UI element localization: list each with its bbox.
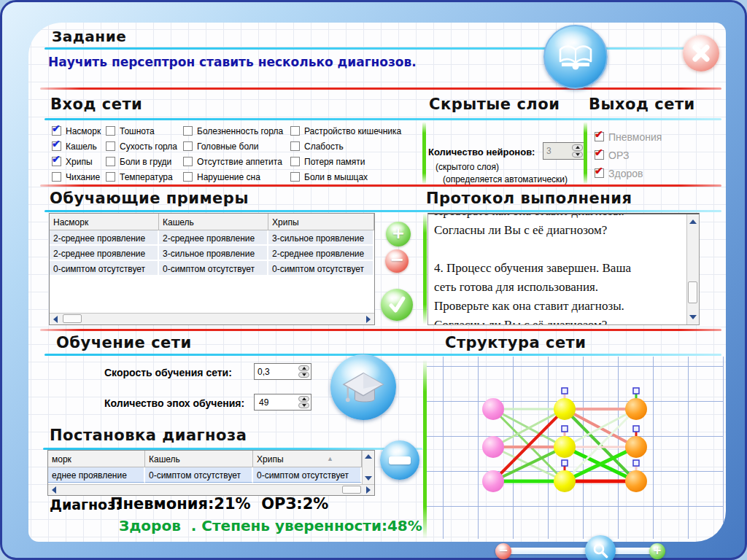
input-symptom-checkbox[interactable]: Тошнота bbox=[106, 123, 177, 139]
scroll-up-button[interactable] bbox=[363, 451, 374, 462]
scroll-left-button[interactable] bbox=[50, 314, 61, 325]
input-symptom-checkbox[interactable]: Головные боли bbox=[183, 139, 283, 154]
column-header[interactable]: Насморк bbox=[50, 214, 159, 230]
output-diagnosis-checkbox[interactable]: ✔ОРЗ bbox=[595, 146, 662, 164]
input-symptom-checkbox[interactable]: Потеря памяти bbox=[290, 154, 401, 169]
close-button[interactable] bbox=[683, 35, 719, 71]
spin-up-button[interactable] bbox=[298, 396, 309, 402]
horizontal-scrollbar[interactable] bbox=[50, 313, 374, 324]
input-symptom-checkbox[interactable]: Сухость горла bbox=[106, 139, 177, 154]
add-example-button[interactable]: + bbox=[386, 222, 411, 246]
checkbox-box[interactable] bbox=[290, 157, 300, 166]
input-symptom-checkbox[interactable]: Растройство кишечника bbox=[290, 123, 401, 139]
bias-tap[interactable] bbox=[633, 388, 639, 394]
checkbox-box[interactable]: ✔ bbox=[595, 132, 604, 141]
column-header[interactable]: Хрипы bbox=[268, 214, 374, 230]
learning-rate-spinner[interactable]: 0,3 bbox=[254, 363, 311, 380]
neuron-node-o3[interactable] bbox=[625, 470, 647, 492]
zoom-slider-track[interactable] bbox=[495, 548, 665, 554]
spin-down-button[interactable] bbox=[298, 402, 309, 408]
scroll-up-button[interactable] bbox=[687, 216, 699, 228]
table-row[interactable]: 0-симптом отсутствует0-симптом отсутству… bbox=[50, 261, 374, 276]
checkbox-box[interactable] bbox=[290, 126, 300, 136]
output-diagnosis-checkbox[interactable]: ✔Здоров bbox=[595, 164, 662, 182]
input-symptom-checkbox[interactable]: ✔Насморк bbox=[52, 123, 101, 139]
column-header[interactable]: Кашель bbox=[159, 214, 268, 230]
checkbox-box[interactable] bbox=[106, 172, 115, 182]
spin-up-button[interactable] bbox=[572, 144, 583, 151]
remove-example-button[interactable]: − bbox=[385, 249, 409, 273]
checkbox-box[interactable] bbox=[106, 141, 115, 151]
input-symptom-checkbox[interactable]: Боли в мышцах bbox=[290, 169, 401, 184]
neuron-node-o1[interactable] bbox=[625, 398, 647, 420]
input-symptom-checkbox[interactable]: Болезненность горла bbox=[183, 123, 283, 139]
neuron-node-h1[interactable] bbox=[554, 398, 576, 420]
input-symptom-checkbox[interactable]: Нарушение сна bbox=[183, 169, 283, 184]
checkbox-box[interactable] bbox=[290, 172, 300, 182]
checkbox-box[interactable] bbox=[106, 126, 115, 136]
input-symptom-checkbox[interactable]: ✔Кашель bbox=[52, 139, 101, 154]
spin-down-button[interactable] bbox=[572, 152, 583, 158]
vertical-scrollbar[interactable] bbox=[362, 451, 374, 484]
table-row[interactable]: 2-среднее проявление3-сильное проявление… bbox=[50, 246, 374, 261]
checkbox-box[interactable] bbox=[183, 172, 193, 182]
bias-tap[interactable] bbox=[633, 426, 639, 432]
checkbox-box[interactable] bbox=[183, 157, 193, 166]
network-structure-canvas[interactable] bbox=[427, 357, 724, 539]
scrollbar-thumb[interactable] bbox=[63, 314, 82, 323]
zoom-in-button[interactable]: + bbox=[649, 543, 665, 559]
scrollbar-thumb[interactable] bbox=[342, 486, 361, 494]
scroll-down-button[interactable] bbox=[687, 311, 699, 323]
check-icon: ✔ bbox=[595, 128, 603, 140]
input-symptom-checkbox[interactable]: Боли в груди bbox=[106, 154, 177, 169]
checkbox-box[interactable]: ✔ bbox=[595, 150, 604, 160]
confirm-examples-button[interactable] bbox=[381, 289, 413, 321]
output-diagnosis-checkbox[interactable]: ✔Пневмония bbox=[595, 128, 662, 146]
column-header[interactable]: морк bbox=[48, 451, 145, 467]
checkbox-box[interactable]: ✔ bbox=[595, 168, 604, 178]
checkbox-box[interactable] bbox=[183, 126, 193, 136]
train-network-button[interactable] bbox=[330, 354, 396, 420]
neuron-node-h2[interactable] bbox=[554, 436, 576, 458]
neuron-node-i1[interactable] bbox=[482, 398, 504, 420]
input-symptom-checkbox[interactable]: ✔Хрипы bbox=[52, 154, 101, 169]
scroll-left-button[interactable] bbox=[48, 484, 60, 496]
table-row[interactable]: еднее проявление0-симптом отсутствует0-с… bbox=[48, 467, 362, 483]
neuron-node-i3[interactable] bbox=[482, 470, 504, 492]
zoom-out-button[interactable]: − bbox=[495, 543, 511, 559]
checkbox-box[interactable] bbox=[183, 141, 193, 151]
neurons-count-spinner[interactable]: 3 bbox=[543, 142, 585, 160]
remove-diagnosis-row-button[interactable] bbox=[380, 440, 419, 480]
neuron-node-i2[interactable] bbox=[482, 436, 504, 458]
scroll-down-button[interactable] bbox=[363, 472, 374, 484]
checkbox-box[interactable] bbox=[290, 141, 300, 151]
epochs-spinner[interactable]: 49 bbox=[254, 394, 311, 411]
column-header[interactable]: Кашель bbox=[145, 451, 253, 467]
scrollbar-thumb[interactable] bbox=[688, 281, 697, 303]
input-symptom-checkbox[interactable]: Слабость bbox=[290, 139, 401, 154]
horizontal-scrollbar[interactable] bbox=[48, 484, 374, 495]
checkbox-box[interactable]: ✔ bbox=[52, 141, 61, 151]
neuron-node-h3[interactable] bbox=[554, 470, 576, 492]
checkbox-box[interactable] bbox=[106, 157, 115, 166]
neuron-node-o2[interactable] bbox=[625, 436, 647, 458]
input-symptom-checkbox[interactable]: Чихание bbox=[52, 169, 101, 184]
vertical-scrollbar[interactable] bbox=[686, 214, 699, 324]
spin-up-button[interactable] bbox=[298, 365, 309, 371]
spin-down-button[interactable] bbox=[298, 372, 309, 378]
checkbox-box[interactable] bbox=[52, 172, 61, 182]
scroll-right-button[interactable] bbox=[363, 314, 374, 325]
input-symptom-checkbox[interactable]: Отсутствие аппетита bbox=[183, 154, 283, 169]
bias-tap[interactable] bbox=[562, 460, 568, 466]
zoom-slider-handle[interactable] bbox=[585, 535, 616, 560]
scroll-right-button[interactable] bbox=[363, 484, 374, 496]
bias-tap[interactable] bbox=[562, 426, 568, 432]
checkbox-box[interactable]: ✔ bbox=[52, 126, 61, 136]
column-header[interactable]: Хрипы▲ bbox=[253, 451, 362, 467]
bias-tap[interactable] bbox=[633, 460, 639, 466]
input-symptom-checkbox[interactable]: Температура bbox=[106, 169, 177, 184]
table-row[interactable]: 2-среднее проявление2-среднее проявление… bbox=[50, 230, 374, 246]
bias-tap[interactable] bbox=[562, 388, 568, 394]
checkbox-box[interactable]: ✔ bbox=[52, 157, 61, 166]
help-book-button[interactable] bbox=[543, 25, 608, 89]
